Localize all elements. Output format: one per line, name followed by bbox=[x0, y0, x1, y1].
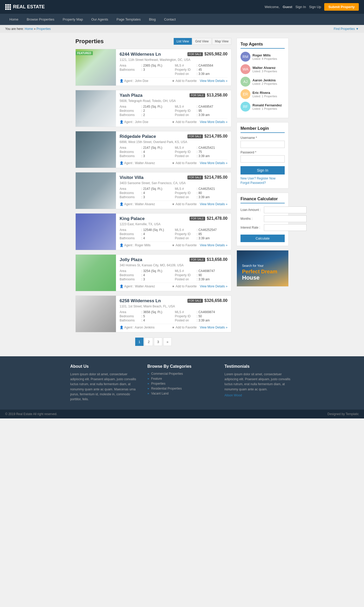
property-address: 340 Holmes St, Kansas City, MO, 64109, U… bbox=[120, 263, 228, 267]
nav-our-agents[interactable]: Our Agents bbox=[87, 14, 112, 25]
property-details: Area: 2147 (Sq. Ft.) MLS #: CA4625421 Be… bbox=[120, 187, 228, 199]
months-input[interactable] bbox=[264, 215, 307, 222]
agent-listed: Listed: 1 Properties bbox=[252, 95, 277, 98]
welcome-text: Welcome, bbox=[265, 5, 280, 9]
username-input[interactable] bbox=[240, 141, 285, 148]
register-link[interactable]: New User? Register Now bbox=[240, 177, 285, 180]
view-more-link[interactable]: View More Details » bbox=[200, 161, 228, 165]
nav-browse-properties[interactable]: Browse Properties bbox=[23, 14, 58, 25]
nav-home[interactable]: Home bbox=[5, 14, 23, 25]
view-more-link[interactable]: View More Details » bbox=[200, 79, 228, 83]
password-label: Password * bbox=[240, 151, 285, 154]
property-actions: ★ Add to Favorite View More Details » bbox=[172, 161, 228, 165]
map-view-button[interactable]: Map View bbox=[212, 38, 231, 45]
nav-page-templates[interactable]: Page Templates bbox=[112, 14, 145, 25]
breadcrumb-home[interactable]: Home bbox=[25, 27, 33, 31]
agent-item: RF Ronald Fernandez Listed: 1 Properties bbox=[240, 102, 285, 112]
for-sale-badge: FOR SALE bbox=[190, 217, 205, 221]
sign-in-link[interactable]: Sign In bbox=[295, 5, 306, 9]
property-agent: 👤 Agent : John Doe bbox=[120, 120, 148, 124]
property-actions: ★ Add to Favorite View More Details » bbox=[172, 79, 228, 83]
pagination: 1 2 3 » bbox=[75, 338, 231, 346]
find-properties-dropdown[interactable]: Find Properties ▼ bbox=[334, 27, 359, 31]
property-agent: 👤 Agent : Walter Alvarez bbox=[120, 161, 155, 165]
property-footer: 👤 Agent : John Doe ★ Add to Favorite Vie… bbox=[120, 77, 228, 83]
property-price: $326,658.00 bbox=[204, 298, 228, 303]
nav-property-map[interactable]: Property Map bbox=[58, 14, 87, 25]
add-favorite-button[interactable]: ★ Add to Favorite bbox=[172, 202, 197, 206]
property-card: Visitor Villa FOR SALE $214,785.00 3403 … bbox=[75, 172, 231, 209]
header-right: Welcome, Guest Sign In Sign Up Submit Pr… bbox=[265, 3, 359, 11]
add-favorite-button[interactable]: ★ Add to Favorite bbox=[172, 161, 197, 165]
property-address: 1121, 11th Street Northeast, Washington,… bbox=[120, 58, 228, 62]
interest-input[interactable] bbox=[264, 224, 307, 231]
testimonial-author: Alison Wood bbox=[224, 393, 294, 397]
site-logo: REAL ESTATE bbox=[5, 4, 45, 10]
property-top: Visitor Villa FOR SALE $214,785.00 bbox=[120, 175, 228, 180]
page-2-button[interactable]: 2 bbox=[145, 338, 153, 346]
category-vacant[interactable]: Vacant Land bbox=[147, 392, 217, 395]
property-footer: 👤 Agent : Walter Alvarez ★ Add to Favori… bbox=[120, 201, 228, 206]
add-favorite-button[interactable]: ★ Add to Favorite bbox=[172, 326, 197, 329]
category-commercial[interactable]: Commercial Properties bbox=[147, 372, 217, 376]
footer-about: About Us Lorem ipsum dolor sit amet, con… bbox=[70, 364, 140, 402]
add-favorite-button[interactable]: ★ Add to Favorite bbox=[172, 243, 197, 247]
loan-input[interactable] bbox=[264, 206, 307, 213]
agent-details: Walter Alvarez Listed: 3 Properties bbox=[252, 66, 277, 73]
breadcrumb-current[interactable]: Properties bbox=[36, 27, 51, 31]
property-name: Jolly Plaza bbox=[120, 257, 142, 262]
submit-property-button[interactable]: Submit Property bbox=[324, 3, 359, 11]
category-residential[interactable]: Residential Properties bbox=[147, 387, 217, 390]
property-card: King Palace FOR SALE $21,478.00 1223 Eas… bbox=[75, 213, 231, 250]
view-more-link[interactable]: View More Details » bbox=[200, 326, 228, 329]
agent-item: WA Walter Alvarez Listed: 3 Properties bbox=[240, 64, 285, 74]
designed-by-text: Designed by Templatic bbox=[327, 412, 359, 416]
login-links: New User? Register Now Forgot Password? bbox=[240, 177, 285, 185]
property-image bbox=[76, 172, 116, 209]
add-favorite-button[interactable]: ★ Add to Favorite bbox=[172, 79, 197, 83]
view-more-link[interactable]: View More Details » bbox=[200, 202, 228, 206]
view-more-link[interactable]: View More Details » bbox=[200, 120, 228, 124]
password-input[interactable] bbox=[240, 155, 285, 163]
property-price-block: FOR SALE $214,785.00 bbox=[187, 175, 228, 180]
forgot-password-link[interactable]: Forgot Password? bbox=[240, 181, 285, 185]
for-sale-badge: FOR SALE bbox=[187, 134, 203, 138]
property-footer: 👤 Agent : Aaron Jenkins ★ Add to Favorit… bbox=[120, 324, 228, 329]
about-text: Lorem ipsum dolor sit amet, consectetuer… bbox=[70, 372, 140, 402]
page-3-button[interactable]: 3 bbox=[154, 338, 162, 346]
property-card: 6258 Wilderness Ln FOR SALE $326,658.00 … bbox=[75, 295, 231, 332]
dream-house-banner: Search for Your Perfect Dream House bbox=[237, 250, 289, 287]
category-feature[interactable]: Feature bbox=[147, 377, 217, 380]
login-button[interactable]: Sign In bbox=[240, 166, 285, 175]
property-price: $214,785.00 bbox=[204, 175, 228, 180]
property-image bbox=[76, 214, 116, 250]
main-nav: Home Browse Properties Property Map Our … bbox=[0, 14, 364, 25]
page-next-button[interactable]: » bbox=[163, 338, 172, 346]
add-favorite-button[interactable]: ★ Add to Favorite bbox=[172, 120, 197, 124]
agent-details: Eric Rivera Listed: 1 Properties bbox=[252, 91, 277, 98]
list-view-button[interactable]: List View bbox=[174, 38, 192, 45]
agent-avatar: AJ bbox=[240, 77, 250, 87]
page-1-button[interactable]: 1 bbox=[135, 338, 144, 346]
sign-up-link[interactable]: Sign Up bbox=[309, 5, 321, 9]
property-address: 3403 Sansome Street, San Francisco, CA, … bbox=[120, 181, 228, 185]
property-address: 1223 East, Kerrville, TX, USA bbox=[120, 222, 228, 226]
view-more-link[interactable]: View More Details » bbox=[200, 243, 228, 247]
dream-house-text: House bbox=[242, 274, 283, 281]
dream-search-text: Search for Your bbox=[242, 264, 283, 268]
property-info: King Palace FOR SALE $21,478.00 1223 Eas… bbox=[116, 214, 231, 250]
calculate-button[interactable]: Calculate bbox=[240, 235, 285, 242]
for-sale-badge: FOR SALE bbox=[190, 258, 205, 262]
category-properties[interactable]: Properties bbox=[147, 382, 217, 385]
grid-view-button[interactable]: Grid View bbox=[192, 38, 212, 45]
top-agents-section: Top Agents RM Roger Mills Listed: 4 Prop… bbox=[237, 38, 289, 118]
agent-item: AJ Aaron Jenkins Listed: 2 Properties bbox=[240, 77, 285, 87]
view-more-link[interactable]: View More Details » bbox=[200, 285, 228, 288]
nav-contact[interactable]: Contact bbox=[160, 14, 180, 25]
finance-title: Finance Calculator bbox=[240, 197, 285, 203]
nav-blog[interactable]: Blog bbox=[145, 14, 160, 25]
property-thumbnail bbox=[76, 214, 116, 250]
add-favorite-button[interactable]: ★ Add to Favorite bbox=[172, 285, 197, 288]
agent-avatar: WA bbox=[240, 64, 250, 74]
agent-name: Aaron Jenkins bbox=[252, 78, 277, 82]
